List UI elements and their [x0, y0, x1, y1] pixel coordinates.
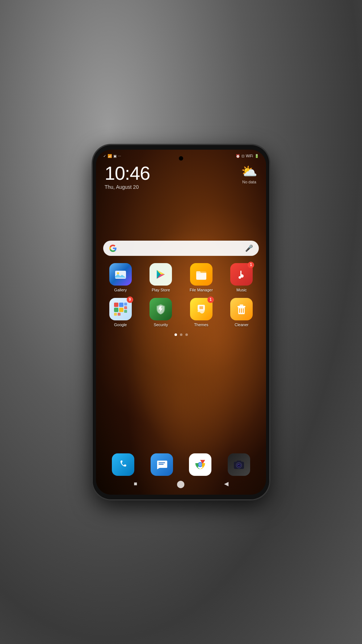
svg-rect-5 — [119, 303, 123, 307]
svg-rect-7 — [119, 308, 123, 312]
search-bar[interactable]: 🎤 — [103, 241, 259, 256]
dock-messages[interactable] — [144, 453, 180, 476]
svg-point-26 — [199, 463, 202, 466]
search-input[interactable] — [121, 245, 241, 252]
svg-point-30 — [237, 464, 240, 467]
app-playstore[interactable]: Play Store — [142, 263, 180, 292]
nav-bar: ■ ⬤ ◀ — [96, 477, 266, 491]
recents-button[interactable]: ■ — [134, 481, 137, 487]
notification-check-icon: ✓ — [103, 154, 106, 158]
music-label: Music — [236, 288, 247, 292]
dock-phone[interactable] — [105, 453, 141, 476]
app-themes[interactable]: 1 Themes — [182, 298, 220, 327]
filemanager-icon-wrap — [190, 263, 212, 286]
app-security[interactable]: Security — [142, 298, 180, 327]
svg-rect-12 — [118, 313, 121, 316]
gallery-label: Gallery — [114, 288, 127, 292]
gallery-icon-wrap — [109, 263, 132, 286]
app-grid: Gallery — [96, 256, 266, 327]
svg-rect-6 — [114, 308, 118, 312]
google-label: Google — [114, 323, 127, 327]
page-dots — [96, 333, 266, 336]
clock-area: 10:46 Thu, August 20 ⛅ No data — [96, 159, 266, 190]
dock-camera[interactable] — [221, 453, 257, 476]
alarm-icon: ⏰ — [236, 154, 240, 158]
phone-screen: ✓ 📶 ▣ ··· ⏰ ⊡ WiFi 🔋 10:46 Thu, August 2… — [96, 150, 266, 495]
themes-label: Themes — [194, 323, 209, 327]
page-dot-2[interactable] — [180, 333, 182, 336]
svg-rect-4 — [114, 303, 118, 307]
mic-icon[interactable]: 🎤 — [245, 244, 253, 252]
dock — [100, 453, 262, 476]
svg-rect-20 — [159, 462, 165, 463]
google-badge: 9 — [127, 296, 133, 303]
phone-outer: ✓ 📶 ▣ ··· ⏰ ⊡ WiFi 🔋 10:46 Thu, August 2… — [92, 145, 270, 500]
filemanager-label: File Manager — [190, 288, 213, 292]
music-badge: 1 — [248, 262, 254, 268]
clock-widget: 10:46 Thu, August 20 — [105, 164, 150, 190]
app-gallery[interactable]: Gallery — [102, 263, 139, 292]
music-icon-wrap: 1 — [230, 263, 253, 286]
dock-chrome-icon — [189, 453, 211, 476]
status-right: ⏰ ⊡ WiFi 🔋 — [236, 154, 259, 158]
app-google[interactable]: 9 Google — [102, 298, 139, 327]
clock-time: 10:46 — [105, 164, 150, 183]
cleaner-icon-wrap — [230, 298, 253, 320]
themes-icon-wrap: 1 — [190, 298, 212, 320]
svg-rect-16 — [240, 304, 243, 306]
punch-hole-camera — [179, 156, 183, 161]
clock-date: Thu, August 20 — [105, 184, 150, 190]
app-cleaner[interactable]: Cleaner — [223, 298, 261, 327]
wifi-icon: WiFi — [246, 154, 253, 158]
dock-phone-icon — [112, 453, 134, 476]
screen-record-icon: ⊡ — [241, 154, 244, 158]
page-dot-1[interactable] — [174, 333, 177, 336]
google-g-icon — [109, 244, 117, 252]
notification-screen-icon: ▣ — [113, 154, 117, 158]
app-music[interactable]: 1 Music — [223, 263, 261, 292]
back-button[interactable]: ◀ — [224, 480, 228, 487]
notification-more-icon: ··· — [118, 154, 121, 158]
svg-point-3 — [239, 276, 241, 279]
weather-icon: ⛅ — [241, 164, 257, 179]
google-icon-wrap: 9 — [109, 298, 132, 320]
svg-rect-8 — [124, 303, 127, 306]
app-filemanager[interactable]: File Manager — [182, 263, 220, 292]
playstore-label: Play Store — [152, 288, 170, 292]
status-left: ✓ 📶 ▣ ··· — [103, 154, 121, 158]
home-button[interactable]: ⬤ — [177, 479, 185, 488]
battery-icon: 🔋 — [254, 154, 259, 158]
weather-text: No data — [242, 180, 256, 184]
security-icon-wrap — [150, 298, 172, 320]
themes-badge: 1 — [207, 296, 214, 303]
svg-rect-9 — [124, 306, 127, 309]
dock-messages-icon — [151, 453, 173, 476]
dock-chrome[interactable] — [182, 453, 218, 476]
dock-camera-icon — [228, 453, 250, 476]
page-dot-3[interactable] — [185, 333, 188, 336]
weather-widget[interactable]: ⛅ No data — [241, 164, 257, 184]
notification-sim-icon: 📶 — [108, 154, 112, 158]
svg-point-32 — [238, 464, 239, 465]
security-label: Security — [153, 323, 168, 327]
cleaner-label: Cleaner — [235, 323, 249, 327]
svg-rect-10 — [124, 310, 127, 313]
playstore-icon-wrap — [150, 263, 172, 286]
svg-rect-11 — [114, 313, 117, 316]
svg-rect-21 — [159, 464, 164, 465]
